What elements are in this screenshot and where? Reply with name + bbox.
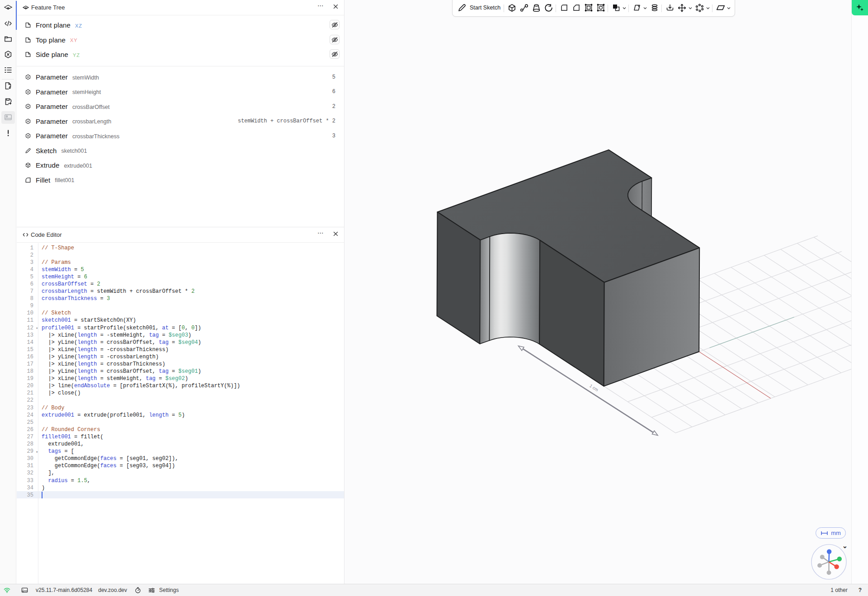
- svg-text:1 cm: 1 cm: [589, 383, 599, 392]
